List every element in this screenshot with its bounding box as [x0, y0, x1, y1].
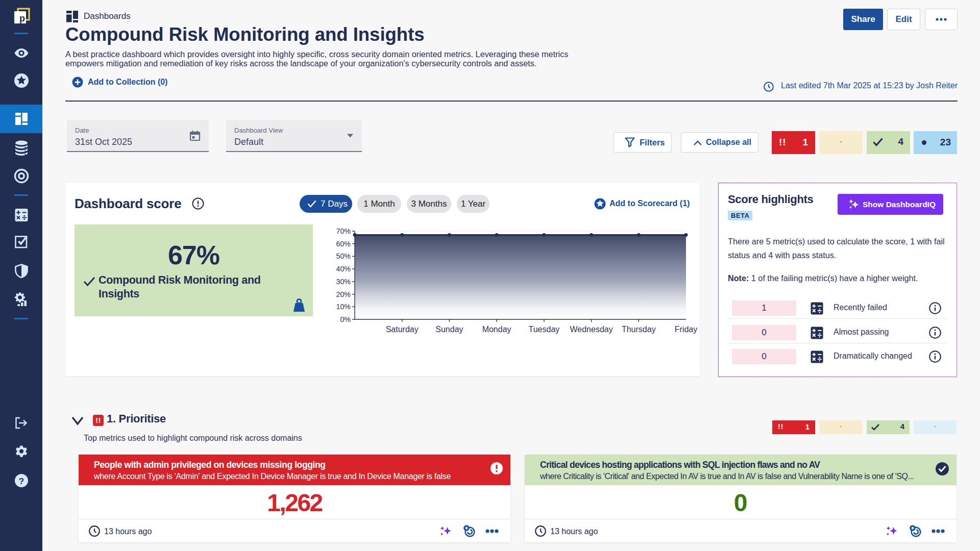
svg-text:40%: 40% [336, 265, 351, 273]
svg-text:p: p [19, 13, 25, 23]
svg-text:Sunday: Sunday [435, 325, 463, 334]
svg-text:?: ? [18, 477, 23, 486]
svg-text:Saturday: Saturday [386, 325, 419, 334]
svg-text:20%: 20% [336, 290, 351, 298]
svg-text:10%: 10% [336, 303, 351, 311]
svg-text:Monday: Monday [482, 325, 511, 334]
svg-text:Thursday: Thursday [622, 325, 656, 334]
svg-text:0%: 0% [340, 315, 351, 323]
svg-text:60%: 60% [336, 240, 351, 248]
svg-text:50%: 50% [336, 252, 351, 260]
svg-text:Wednesday: Wednesday [570, 325, 612, 334]
svg-text:30%: 30% [336, 278, 351, 286]
svg-text:Friday: Friday [675, 325, 697, 334]
svg-text:70%: 70% [336, 227, 351, 235]
svg-text:Tuesday: Tuesday [529, 325, 560, 334]
